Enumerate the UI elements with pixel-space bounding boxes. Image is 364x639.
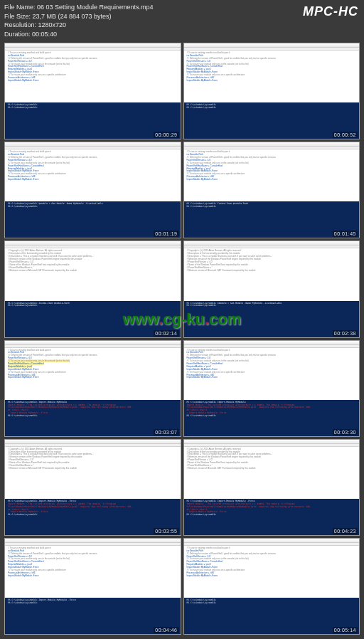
timestamp-overlay: 00:03:30 [333,429,358,435]
thumbnail[interactable]: # To use or existing manifest and build … [4,43,181,139]
thumbnail[interactable]: # To use or existing manifest and build … [183,142,360,238]
timestamp-overlay: 00:02:38 [333,330,358,337]
thumbnail[interactable]: # Copyright = '(c) 2015 Adam Bertram. Al… [4,241,181,337]
editor-pane: # Copyright = '(c) 2015 Adam Bertram. Al… [5,447,181,499]
thumbnail[interactable]: # To use or existing manifest and build … [183,538,360,635]
thumbnail[interactable]: # Copyright = '(c) 2015 Adam Bertram. Al… [4,439,181,536]
editor-pane: # To use or existing manifest and build … [184,51,360,102]
filename-value: 06 03 Setting Module Requirements.mp4 [37,4,154,11]
filename-label: File Name: [4,4,36,11]
resolution-label: Resolution: [4,21,36,28]
editor-pane: # Copyright = '(c) 2015 Adam Bertram. Al… [184,248,360,300]
media-info: File Name: 06 03 Setting Module Requirem… [4,3,154,38]
timestamp-overlay: 00:04:23 [333,528,358,534]
timestamp-overlay: 00:00:29 [154,132,178,138]
duration-value: 00:05:40 [32,31,57,38]
thumbnail[interactable]: # To use or existing manifest and build … [4,142,181,238]
timestamp-overlay: 00:05:14 [333,627,358,633]
thumbnail[interactable]: # To use or existing manifest and build … [183,340,360,437]
filesize-value: 23,7 MB (24 884 073 bytes) [33,13,112,20]
editor-pane: # To use or existing manifest and build … [5,51,181,102]
duration-label: Duration: [4,31,31,38]
thumbnail[interactable]: # To use or existing manifest and build … [4,538,181,635]
thumbnail[interactable]: # Copyright = '(c) 2015 Adam Bertram. Al… [183,439,360,536]
editor-pane: # To use or existing manifest and build … [184,348,360,400]
filesize-label: File Size: [4,13,31,20]
timestamp-overlay: 00:03:55 [154,528,178,534]
editor-pane: # To use or existing manifest and build … [5,149,181,201]
timestamp-overlay: 00:04:46 [154,627,178,633]
timestamp-overlay: 00:01:19 [154,231,178,237]
app-logo: MPC-HC [303,4,358,19]
editor-pane: # To use or existing manifest and build … [184,546,360,598]
editor-pane: # To use or existing manifest and build … [5,348,181,400]
timestamp-overlay: 00:02:14 [154,330,178,337]
timestamp-overlay: 00:03:07 [154,429,178,435]
thumbnail-grid: # To use or existing manifest and build … [4,43,360,635]
editor-pane: # Copyright = '(c) 2015 Adam Bertram. Al… [184,447,360,499]
thumbnail[interactable]: # To use or existing manifest and build … [4,340,181,437]
editor-pane: # To use or existing manifest and build … [184,149,360,201]
timestamp-overlay: 00:00:52 [333,132,358,138]
editor-pane: # To use or existing manifest and build … [5,546,181,598]
resolution-value: 1280x720 [38,21,67,28]
editor-pane: # Copyright = '(c) 2015 Adam Bertram. Al… [5,248,181,300]
thumbnail[interactable]: # Copyright = '(c) 2015 Adam Bertram. Al… [183,241,360,337]
thumbnail[interactable]: # To use or existing manifest and build … [183,43,360,139]
timestamp-overlay: 00:01:45 [333,231,358,237]
